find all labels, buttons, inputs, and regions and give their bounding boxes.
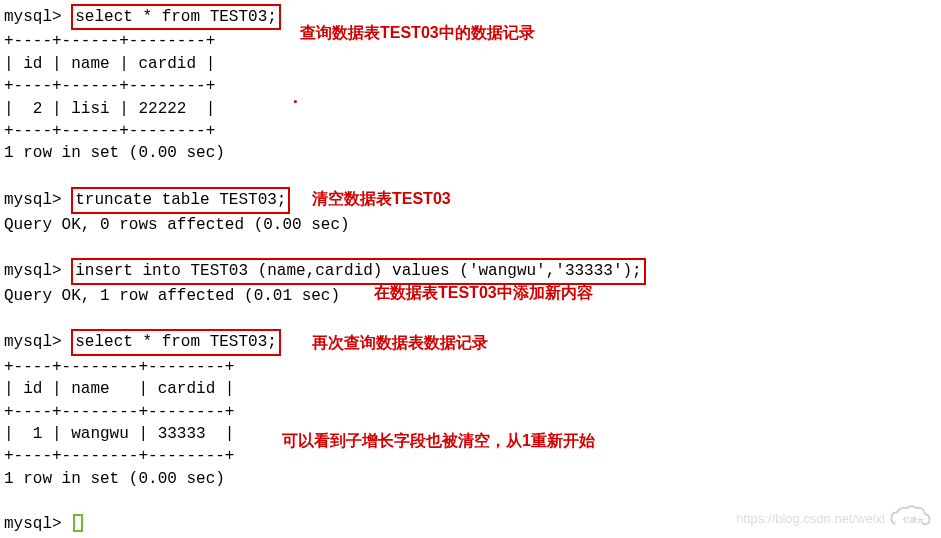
prompt: mysql>	[4, 191, 62, 209]
prompt: mysql>	[4, 8, 62, 26]
blank-2	[4, 236, 937, 258]
annotation-4: 再次查询数据表数据记录	[312, 332, 488, 354]
prompt: mysql>	[4, 515, 62, 533]
cmd-line-3: mysql> insert into TEST03 (name,cardid) …	[4, 258, 937, 284]
annotation-2: 清空数据表TEST03	[312, 188, 451, 210]
red-dot-icon: ·	[290, 90, 301, 115]
boxed-cmd-4: select * from TEST03;	[71, 329, 281, 355]
blank-1	[4, 165, 937, 187]
svg-text:亿速云: 亿速云	[902, 516, 924, 524]
table2-sep-top: +----+--------+--------+	[4, 356, 937, 378]
watermark-text: https://blog.csdn.net/weixi	[736, 510, 885, 528]
logo-icon: 亿速云	[889, 504, 933, 532]
result-2: Query OK, 0 rows affected (0.00 sec)	[4, 214, 937, 236]
table1-sep-bot: +----+------+--------+	[4, 120, 937, 142]
table1-header: | id | name | cardid |	[4, 53, 937, 75]
prompt: mysql>	[4, 262, 62, 280]
blank-3	[4, 307, 937, 329]
table2-sep-bot: +----+--------+--------+	[4, 445, 937, 467]
table2-sep-mid: +----+--------+--------+	[4, 401, 937, 423]
boxed-cmd-3: insert into TEST03 (name,cardid) values …	[71, 258, 646, 284]
boxed-cmd-1: select * from TEST03;	[71, 4, 281, 30]
prompt: mysql>	[4, 333, 62, 351]
table1-row: | 2 | lisi | 22222 |	[4, 98, 937, 120]
table2-header: | id | name | cardid |	[4, 378, 937, 400]
table1-sep-top: +----+------+--------+	[4, 30, 937, 52]
table1-sep-mid: +----+------+--------+	[4, 75, 937, 97]
annotation-3: 在数据表TEST03中添加新内容	[374, 282, 593, 304]
boxed-cmd-2: truncate table TEST03;	[71, 187, 290, 213]
cmd-line-2: mysql> truncate table TEST03;	[4, 187, 937, 213]
cursor-icon	[73, 514, 83, 532]
result-1: 1 row in set (0.00 sec)	[4, 142, 937, 164]
result-4: 1 row in set (0.00 sec)	[4, 468, 937, 490]
